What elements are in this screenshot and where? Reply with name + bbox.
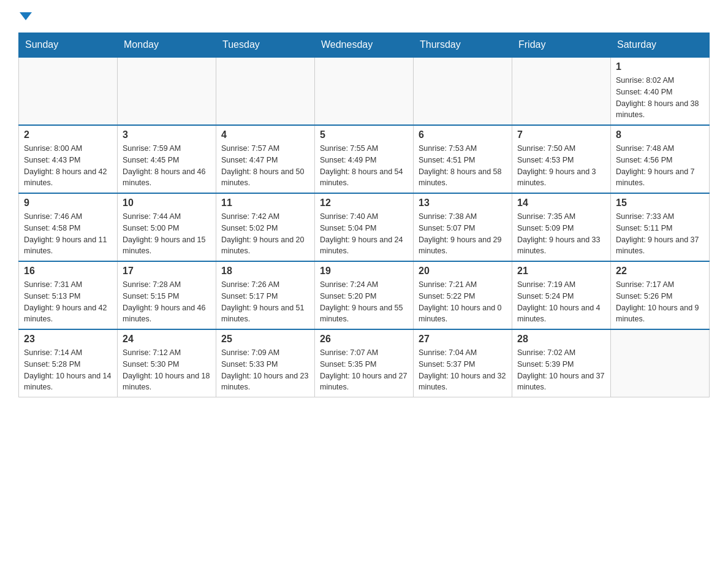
calendar-cell: 3Sunrise: 7:59 AM Sunset: 4:45 PM Daylig… — [118, 125, 216, 193]
day-info: Sunrise: 7:31 AM Sunset: 5:13 PM Dayligh… — [24, 279, 112, 325]
day-info: Sunrise: 7:53 AM Sunset: 4:51 PM Dayligh… — [419, 143, 507, 189]
day-number: 2 — [24, 129, 112, 140]
day-info: Sunrise: 7:35 AM Sunset: 5:09 PM Dayligh… — [517, 211, 605, 257]
calendar-cell: 21Sunrise: 7:19 AM Sunset: 5:24 PM Dayli… — [512, 261, 611, 329]
day-number: 8 — [616, 129, 704, 140]
day-number: 1 — [616, 61, 704, 72]
calendar-cell: 11Sunrise: 7:42 AM Sunset: 5:02 PM Dayli… — [216, 193, 315, 261]
day-info: Sunrise: 7:38 AM Sunset: 5:07 PM Dayligh… — [419, 211, 507, 257]
day-number: 26 — [320, 334, 408, 345]
day-info: Sunrise: 7:48 AM Sunset: 4:56 PM Dayligh… — [616, 143, 704, 189]
day-number: 4 — [221, 129, 309, 140]
day-number: 24 — [123, 334, 211, 345]
day-header-thursday: Thursday — [414, 33, 512, 58]
day-info: Sunrise: 7:40 AM Sunset: 5:04 PM Dayligh… — [320, 211, 408, 257]
calendar-cell — [216, 57, 315, 125]
calendar-cell: 15Sunrise: 7:33 AM Sunset: 5:11 PM Dayli… — [611, 193, 710, 261]
calendar-cell — [315, 57, 414, 125]
day-info: Sunrise: 7:09 AM Sunset: 5:33 PM Dayligh… — [221, 347, 309, 393]
day-header-sunday: Sunday — [19, 33, 118, 58]
calendar-cell: 12Sunrise: 7:40 AM Sunset: 5:04 PM Dayli… — [315, 193, 414, 261]
day-info: Sunrise: 7:02 AM Sunset: 5:39 PM Dayligh… — [517, 347, 605, 393]
calendar-cell: 2Sunrise: 8:00 AM Sunset: 4:43 PM Daylig… — [19, 125, 118, 193]
day-info: Sunrise: 7:26 AM Sunset: 5:17 PM Dayligh… — [221, 279, 309, 325]
page-header — [18, 12, 710, 20]
day-number: 13 — [419, 197, 507, 209]
calendar-cell: 22Sunrise: 7:17 AM Sunset: 5:26 PM Dayli… — [611, 261, 710, 329]
day-number: 7 — [517, 129, 605, 140]
calendar-cell: 14Sunrise: 7:35 AM Sunset: 5:09 PM Dayli… — [512, 193, 611, 261]
logo — [18, 12, 32, 20]
calendar-cell — [118, 57, 216, 125]
calendar-cell: 6Sunrise: 7:53 AM Sunset: 4:51 PM Daylig… — [414, 125, 512, 193]
days-header-row: SundayMondayTuesdayWednesdayThursdayFrid… — [19, 33, 710, 58]
calendar-cell: 9Sunrise: 7:46 AM Sunset: 4:58 PM Daylig… — [19, 193, 118, 261]
day-number: 19 — [320, 266, 408, 277]
day-number: 5 — [320, 129, 408, 140]
day-number: 16 — [24, 266, 112, 277]
calendar-cell: 27Sunrise: 7:04 AM Sunset: 5:37 PM Dayli… — [414, 329, 512, 397]
day-info: Sunrise: 7:57 AM Sunset: 4:47 PM Dayligh… — [221, 143, 309, 189]
calendar-cell: 7Sunrise: 7:50 AM Sunset: 4:53 PM Daylig… — [512, 125, 611, 193]
day-number: 14 — [517, 197, 605, 209]
calendar-cell: 17Sunrise: 7:28 AM Sunset: 5:15 PM Dayli… — [118, 261, 216, 329]
calendar-cell: 1Sunrise: 8:02 AM Sunset: 4:40 PM Daylig… — [611, 57, 710, 125]
calendar-cell: 23Sunrise: 7:14 AM Sunset: 5:28 PM Dayli… — [19, 329, 118, 397]
calendar-cell: 26Sunrise: 7:07 AM Sunset: 5:35 PM Dayli… — [315, 329, 414, 397]
day-info: Sunrise: 7:33 AM Sunset: 5:11 PM Dayligh… — [616, 211, 704, 257]
day-number: 6 — [419, 129, 507, 140]
calendar-cell: 16Sunrise: 7:31 AM Sunset: 5:13 PM Dayli… — [19, 261, 118, 329]
calendar-table: SundayMondayTuesdayWednesdayThursdayFrid… — [18, 33, 710, 397]
day-number: 22 — [616, 266, 704, 277]
day-info: Sunrise: 8:02 AM Sunset: 4:40 PM Dayligh… — [616, 75, 704, 121]
day-number: 15 — [616, 197, 704, 209]
day-info: Sunrise: 7:17 AM Sunset: 5:26 PM Dayligh… — [616, 279, 704, 325]
calendar-cell — [512, 57, 611, 125]
day-info: Sunrise: 7:24 AM Sunset: 5:20 PM Dayligh… — [320, 279, 408, 325]
day-number: 21 — [517, 266, 605, 277]
week-row-1: 1Sunrise: 8:02 AM Sunset: 4:40 PM Daylig… — [19, 57, 710, 125]
calendar-cell: 24Sunrise: 7:12 AM Sunset: 5:30 PM Dayli… — [118, 329, 216, 397]
day-info: Sunrise: 7:44 AM Sunset: 5:00 PM Dayligh… — [123, 211, 211, 257]
day-header-tuesday: Tuesday — [216, 33, 315, 58]
day-info: Sunrise: 7:04 AM Sunset: 5:37 PM Dayligh… — [419, 347, 507, 393]
day-number: 10 — [123, 197, 211, 209]
day-info: Sunrise: 7:12 AM Sunset: 5:30 PM Dayligh… — [123, 347, 211, 393]
day-header-monday: Monday — [118, 33, 216, 58]
day-number: 27 — [419, 334, 507, 345]
day-info: Sunrise: 7:19 AM Sunset: 5:24 PM Dayligh… — [517, 279, 605, 325]
calendar-cell — [19, 57, 118, 125]
day-info: Sunrise: 7:21 AM Sunset: 5:22 PM Dayligh… — [419, 279, 507, 325]
day-number: 28 — [517, 334, 605, 345]
calendar-cell: 10Sunrise: 7:44 AM Sunset: 5:00 PM Dayli… — [118, 193, 216, 261]
calendar-cell: 25Sunrise: 7:09 AM Sunset: 5:33 PM Dayli… — [216, 329, 315, 397]
calendar-cell: 13Sunrise: 7:38 AM Sunset: 5:07 PM Dayli… — [414, 193, 512, 261]
day-number: 3 — [123, 129, 211, 140]
day-info: Sunrise: 7:42 AM Sunset: 5:02 PM Dayligh… — [221, 211, 309, 257]
day-info: Sunrise: 8:00 AM Sunset: 4:43 PM Dayligh… — [24, 143, 112, 189]
week-row-3: 9Sunrise: 7:46 AM Sunset: 4:58 PM Daylig… — [19, 193, 710, 261]
calendar-cell: 18Sunrise: 7:26 AM Sunset: 5:17 PM Dayli… — [216, 261, 315, 329]
day-info: Sunrise: 7:55 AM Sunset: 4:49 PM Dayligh… — [320, 143, 408, 189]
day-number: 23 — [24, 334, 112, 345]
calendar-cell: 8Sunrise: 7:48 AM Sunset: 4:56 PM Daylig… — [611, 125, 710, 193]
day-info: Sunrise: 7:59 AM Sunset: 4:45 PM Dayligh… — [123, 143, 211, 189]
week-row-2: 2Sunrise: 8:00 AM Sunset: 4:43 PM Daylig… — [19, 125, 710, 193]
calendar-cell — [611, 329, 710, 397]
day-header-wednesday: Wednesday — [315, 33, 414, 58]
day-info: Sunrise: 7:50 AM Sunset: 4:53 PM Dayligh… — [517, 143, 605, 189]
day-header-friday: Friday — [512, 33, 611, 58]
day-info: Sunrise: 7:14 AM Sunset: 5:28 PM Dayligh… — [24, 347, 112, 393]
calendar-cell: 5Sunrise: 7:55 AM Sunset: 4:49 PM Daylig… — [315, 125, 414, 193]
day-info: Sunrise: 7:28 AM Sunset: 5:15 PM Dayligh… — [123, 279, 211, 325]
day-number: 18 — [221, 266, 309, 277]
week-row-5: 23Sunrise: 7:14 AM Sunset: 5:28 PM Dayli… — [19, 329, 710, 397]
week-row-4: 16Sunrise: 7:31 AM Sunset: 5:13 PM Dayli… — [19, 261, 710, 329]
calendar-cell: 4Sunrise: 7:57 AM Sunset: 4:47 PM Daylig… — [216, 125, 315, 193]
calendar-cell: 20Sunrise: 7:21 AM Sunset: 5:22 PM Dayli… — [414, 261, 512, 329]
calendar-cell: 19Sunrise: 7:24 AM Sunset: 5:20 PM Dayli… — [315, 261, 414, 329]
day-number: 12 — [320, 197, 408, 209]
day-header-saturday: Saturday — [611, 33, 710, 58]
day-number: 20 — [419, 266, 507, 277]
calendar-cell: 28Sunrise: 7:02 AM Sunset: 5:39 PM Dayli… — [512, 329, 611, 397]
